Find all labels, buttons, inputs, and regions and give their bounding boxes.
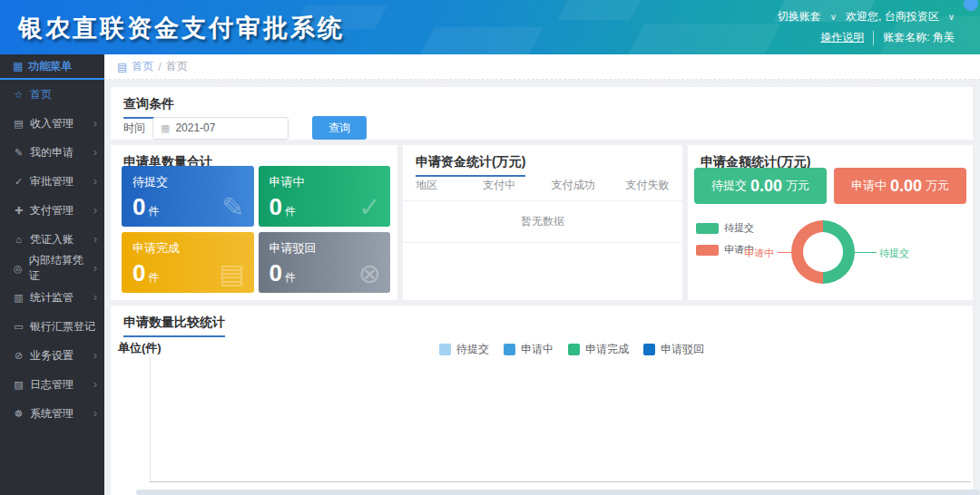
sidebar-item-system-mgmt[interactable]: ☸ 系统管理 › xyxy=(0,399,104,428)
briefcase-icon: ⌂ xyxy=(13,234,24,245)
breadcrumb-separator: / xyxy=(158,61,161,73)
star-icon: ☆ xyxy=(13,89,24,101)
legend-item-in-application[interactable]: 申请中 xyxy=(504,342,554,357)
legend-swatch xyxy=(696,245,719,256)
horizontal-scrollbar[interactable] xyxy=(136,490,980,495)
gear-icon: ☸ xyxy=(13,408,24,420)
sidebar-item-log-mgmt[interactable]: ▨ 日志管理 › xyxy=(0,370,104,399)
app-title: 银农直联资金支付审批系统 xyxy=(18,12,345,44)
card-rejected: 申请驳回 0件 ⊗ xyxy=(259,232,391,293)
sidebar-item-voucher-entry[interactable]: ⌂ 凭证入账 › xyxy=(0,225,104,254)
column-pay-failed: 支付失败 xyxy=(612,178,682,193)
donut-label-in-application: 申请中 xyxy=(744,247,774,260)
bar-chart-icon: ▥ xyxy=(13,292,24,304)
legend-item-pending-submit[interactable]: 待提交 xyxy=(696,221,754,235)
link-icon: ⊘ xyxy=(13,350,24,362)
welcome-user-dropdown[interactable]: 欢迎您, 台商投资区 xyxy=(846,9,939,24)
sidebar-item-my-applications[interactable]: ✎ 我的申请 › xyxy=(0,138,104,167)
account-name-label: 账套名称: 角美 xyxy=(883,30,955,45)
document-icon: ▤ xyxy=(13,118,24,130)
operation-guide-link[interactable]: 操作说明 xyxy=(820,30,864,45)
sidebar-item-income-mgmt[interactable]: ▤ 收入管理 › xyxy=(0,109,104,138)
table-header-row: 地区 支付中 支付成功 支付失败 xyxy=(403,170,682,201)
breadcrumb-home-link[interactable]: 首页 xyxy=(132,59,153,74)
legend-item-completed[interactable]: 申请完成 xyxy=(568,342,629,357)
main-content: 查询条件 时间 ▦ 查询 申请单数量合计 待提交 0件 ✎ 申请中 xyxy=(104,80,980,495)
bar-chart-plot-area xyxy=(151,356,971,481)
check-icon: ✓ xyxy=(13,176,24,188)
x-axis-line xyxy=(150,481,971,482)
comparison-chart-title: 申请数量比较统计 xyxy=(123,315,225,337)
page-icon: ▤ xyxy=(117,61,127,73)
notification-dot xyxy=(964,0,978,11)
sidebar: ▦ 功能菜单 ☆ 首页 ▤ 收入管理 › ✎ 我的申请 › ✓ 审批管理 › ✚… xyxy=(0,54,104,495)
month-picker-input[interactable] xyxy=(175,121,266,134)
chevron-right-icon: › xyxy=(93,175,97,188)
chevron-right-icon: › xyxy=(93,262,97,275)
header-decoration xyxy=(625,24,780,54)
pen-icon: ✎ xyxy=(13,147,24,159)
app-window: 银农直联资金支付审批系统 切换账套 ∨ 欢迎您, 台商投资区 ∨ 操作说明 账套… xyxy=(0,0,980,495)
amount-card-in-application: 申请中 0.00 万元 xyxy=(834,168,966,204)
legend-swatch xyxy=(439,344,451,355)
grid-menu-icon: ▦ xyxy=(13,60,23,73)
column-pay-success: 支付成功 xyxy=(534,178,612,193)
legend-item-pending-submit[interactable]: 待提交 xyxy=(439,342,489,357)
edit-note-icon: ▨ xyxy=(13,379,24,391)
sidebar-item-business-settings[interactable]: ⊘ 业务设置 › xyxy=(0,341,104,370)
edit-document-icon: ✎ xyxy=(221,191,244,223)
header-decoration xyxy=(557,0,641,20)
column-paying: 支付中 xyxy=(465,178,534,193)
chevron-right-icon: › xyxy=(93,204,97,217)
legend-item-rejected[interactable]: 申请驳回 xyxy=(643,342,704,357)
sidebar-menu-header: ▦ 功能菜单 xyxy=(0,54,104,80)
donut-chart xyxy=(791,220,855,284)
list-check-icon: ✓ xyxy=(358,191,381,223)
month-picker-field[interactable]: ▦ xyxy=(152,117,289,140)
comparison-chart-panel: 申请数量比较统计 单位(件) 待提交 申请中 申请完成 申请驳回 xyxy=(111,306,973,495)
time-label: 时间 xyxy=(123,121,145,136)
chevron-right-icon: › xyxy=(93,146,97,159)
donut-callout-line xyxy=(778,252,792,253)
legend-swatch xyxy=(568,344,580,355)
chevron-right-icon: › xyxy=(93,233,97,246)
column-region: 地区 xyxy=(403,178,465,193)
header-user-area: 切换账套 ∨ 欢迎您, 台商投资区 ∨ 操作说明 账套名称: 角美 xyxy=(778,0,955,54)
chevron-right-icon: › xyxy=(93,291,97,304)
header-decoration xyxy=(418,27,544,54)
chevron-right-icon: › xyxy=(93,407,97,420)
breadcrumb-current: 首页 xyxy=(166,59,188,74)
sidebar-item-home[interactable]: ☆ 首页 xyxy=(0,80,104,109)
target-icon: ◎ xyxy=(13,263,24,275)
sidebar-item-payment-mgmt[interactable]: ✚ 支付管理 › xyxy=(0,196,104,225)
application-count-panel: 申请单数量合计 待提交 0件 ✎ 申请中 0件 ✓ 申请完成 0件 ▤ xyxy=(111,145,397,300)
document-reject-icon: ⊗ xyxy=(358,257,381,289)
y-axis-line xyxy=(150,356,151,482)
legend-swatch xyxy=(504,344,515,355)
divider xyxy=(873,31,874,45)
y-axis-unit-label: 单位(件) xyxy=(118,340,162,356)
breadcrumb: ▤ 首页 / 首页 xyxy=(104,54,980,80)
cross-move-icon: ✚ xyxy=(13,205,24,217)
legend-swatch xyxy=(696,223,719,234)
donut-label-pending-submit: 待提交 xyxy=(879,247,909,260)
donut-callout-line xyxy=(855,252,877,253)
switch-account-dropdown[interactable]: 切换账套 xyxy=(778,9,821,24)
chevron-down-icon[interactable]: ∨ xyxy=(830,12,837,22)
legend-swatch xyxy=(643,344,655,355)
card-pending-submit: 待提交 0件 ✎ xyxy=(122,166,254,227)
chevron-right-icon: › xyxy=(93,117,97,130)
card-completed: 申请完成 0件 ▤ xyxy=(122,232,254,293)
chevron-down-icon[interactable]: ∨ xyxy=(948,12,955,22)
sidebar-item-bank-draft-register[interactable]: ▭ 银行汇票登记 xyxy=(0,312,104,341)
search-button[interactable]: 查询 xyxy=(312,116,367,140)
amount-statistics-panel: 申请金额统计(万元) 待提交 0.00 万元 申请中 0.00 万元 待提交 xyxy=(688,145,973,300)
card-in-application: 申请中 0件 ✓ xyxy=(259,166,391,227)
sidebar-item-statistics-supervision[interactable]: ▥ 统计监管 › xyxy=(0,283,104,312)
chevron-right-icon: › xyxy=(93,378,97,391)
amount-card-pending-submit: 待提交 0.00 万元 xyxy=(694,168,827,204)
chevron-right-icon: › xyxy=(93,349,97,362)
sidebar-item-approval-mgmt[interactable]: ✓ 审批管理 › xyxy=(0,167,104,196)
sidebar-item-internal-settlement[interactable]: ◎ 内部结算凭证 › xyxy=(0,254,104,283)
bar-chart-legend: 待提交 申请中 申请完成 申请驳回 xyxy=(439,342,704,357)
